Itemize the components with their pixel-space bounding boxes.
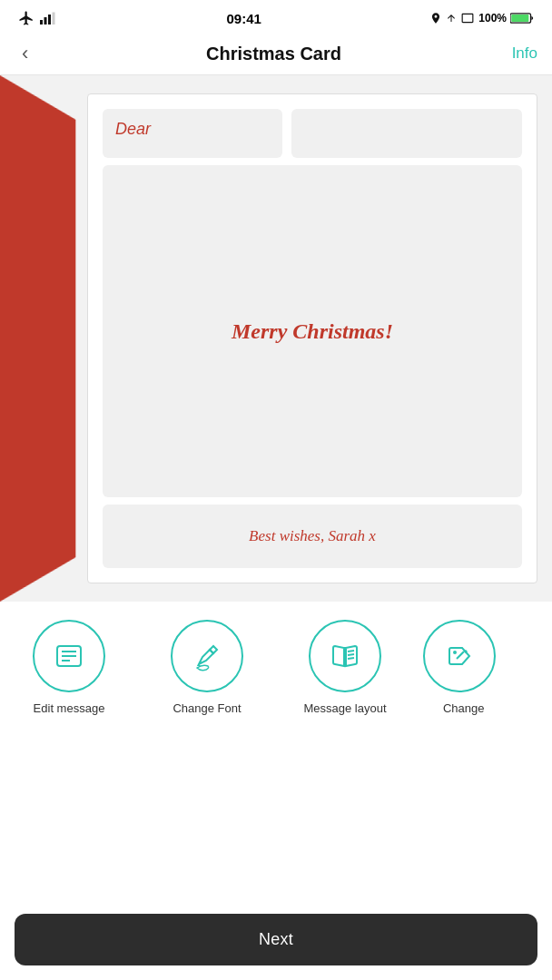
change-other-circle — [423, 620, 496, 692]
battery-icon — [510, 12, 534, 24]
card-signature-box[interactable]: Best wishes, Sarah x — [103, 505, 522, 568]
nav-bar: ‹ Christmas Card Info — [0, 33, 552, 75]
change-font-icon — [190, 639, 224, 673]
card-page: Dear Merry Christmas! Best wishes, Sarah… — [87, 93, 537, 583]
card-top-row: Dear — [103, 109, 522, 158]
card-name-box[interactable] — [291, 109, 522, 158]
message-layout-label: Message layout — [303, 701, 386, 715]
edit-message-icon — [52, 639, 86, 673]
location-icon — [429, 12, 442, 24]
tool-message-layout[interactable]: Message layout — [276, 620, 414, 715]
tool-edit-message[interactable]: Edit message — [0, 620, 138, 715]
message-layout-icon — [328, 639, 362, 673]
change-font-circle — [171, 620, 243, 692]
change-other-label: Change — [443, 701, 485, 715]
battery-label: 100% — [478, 12, 507, 24]
next-bar: Next — [0, 903, 552, 980]
tool-change-other[interactable]: Change — [414, 620, 513, 715]
back-button[interactable]: ‹ — [15, 38, 35, 69]
tool-change-font[interactable]: Change Font — [138, 620, 276, 715]
card-flap — [0, 75, 75, 602]
card-area: Dear Merry Christmas! Best wishes, Sarah… — [0, 75, 552, 602]
svg-rect-5 — [511, 15, 528, 22]
edit-message-circle — [33, 620, 105, 692]
svg-point-15 — [453, 651, 457, 654]
svg-rect-3 — [53, 13, 55, 25]
status-bar: 09:41 100% — [0, 0, 552, 33]
svg-rect-1 — [44, 17, 47, 24]
status-right: 100% — [429, 12, 534, 24]
svg-line-12 — [348, 651, 354, 652]
info-button[interactable]: Info — [512, 44, 537, 63]
card-message-box[interactable]: Merry Christmas! — [103, 165, 522, 497]
message-layout-circle — [309, 620, 381, 692]
edit-message-label: Edit message — [34, 701, 105, 715]
svg-rect-0 — [40, 20, 43, 24]
arrow-icon — [446, 12, 457, 24]
svg-line-16 — [457, 652, 464, 659]
toolbar: Edit message Change Font — [0, 602, 552, 724]
card-message-text: Merry Christmas! — [232, 319, 393, 344]
airplane-icon — [18, 10, 34, 26]
status-time: 09:41 — [226, 11, 261, 26]
card-signature-text: Best wishes, Sarah x — [249, 527, 376, 545]
next-button[interactable]: Next — [15, 914, 537, 965]
signal-icon — [40, 12, 58, 24]
svg-rect-2 — [48, 15, 51, 24]
svg-line-14 — [348, 658, 354, 659]
change-other-icon — [442, 639, 477, 673]
svg-line-13 — [348, 654, 354, 655]
status-left — [18, 10, 58, 26]
screen-icon — [460, 12, 475, 24]
page-title: Christmas Card — [206, 44, 341, 64]
card-dear-box[interactable]: Dear — [103, 109, 282, 158]
change-font-label: Change Font — [172, 701, 241, 715]
